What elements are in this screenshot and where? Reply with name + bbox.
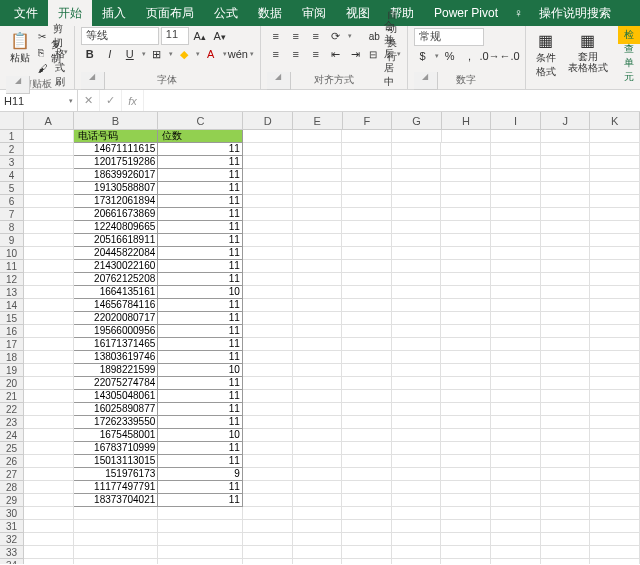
cell[interactable]: 19566000956 <box>74 325 159 338</box>
cell[interactable] <box>243 364 293 377</box>
cell[interactable] <box>243 390 293 403</box>
cell[interactable] <box>342 299 392 312</box>
cell[interactable]: 11 <box>158 416 243 429</box>
cell[interactable] <box>441 299 491 312</box>
cell[interactable]: 16025890877 <box>74 403 159 416</box>
column-header-D[interactable]: D <box>243 112 293 130</box>
cell[interactable] <box>243 351 293 364</box>
cell[interactable] <box>24 429 74 442</box>
cell[interactable] <box>243 273 293 286</box>
phonetic-button[interactable]: wén <box>229 46 247 62</box>
row-header[interactable]: 14 <box>0 299 24 312</box>
cell[interactable] <box>293 429 343 442</box>
cell[interactable] <box>392 247 442 260</box>
cell[interactable] <box>24 351 74 364</box>
fx-button[interactable]: fx <box>122 90 144 111</box>
indent-dec-button[interactable]: ⇤ <box>327 46 345 62</box>
cell[interactable] <box>491 546 541 559</box>
cell[interactable] <box>243 299 293 312</box>
cell[interactable] <box>342 247 392 260</box>
cell[interactable] <box>342 208 392 221</box>
cell[interactable] <box>392 130 442 143</box>
cell[interactable] <box>24 234 74 247</box>
cell[interactable] <box>441 390 491 403</box>
cell[interactable] <box>24 143 74 156</box>
cell[interactable]: 12240809665 <box>74 221 159 234</box>
cell[interactable] <box>24 299 74 312</box>
cell[interactable] <box>441 325 491 338</box>
cell[interactable] <box>491 234 541 247</box>
cell[interactable] <box>243 377 293 390</box>
cell[interactable] <box>243 169 293 182</box>
cell[interactable] <box>590 260 640 273</box>
percent-button[interactable]: % <box>441 48 459 64</box>
cell[interactable] <box>342 377 392 390</box>
cell[interactable] <box>541 195 591 208</box>
row-header[interactable]: 21 <box>0 390 24 403</box>
cell[interactable] <box>392 546 442 559</box>
conditional-format-button[interactable]: ▦ 条件格式 <box>532 28 560 81</box>
cell[interactable] <box>590 208 640 221</box>
cell[interactable]: 17262339550 <box>74 416 159 429</box>
column-header-F[interactable]: F <box>343 112 393 130</box>
cell[interactable] <box>491 390 541 403</box>
cell[interactable] <box>74 546 159 559</box>
cell[interactable] <box>342 533 392 546</box>
cell[interactable] <box>441 338 491 351</box>
cell[interactable] <box>392 429 442 442</box>
cell[interactable] <box>541 182 591 195</box>
cell[interactable] <box>590 468 640 481</box>
font-size-select[interactable]: 11 <box>161 27 189 45</box>
cell[interactable]: 20762125208 <box>74 273 159 286</box>
cell[interactable] <box>342 390 392 403</box>
cell[interactable]: 11 <box>158 442 243 455</box>
cell[interactable] <box>24 390 74 403</box>
cell[interactable] <box>293 299 343 312</box>
cell[interactable] <box>24 455 74 468</box>
cell[interactable]: 19130588807 <box>74 182 159 195</box>
column-header-C[interactable]: C <box>158 112 243 130</box>
cell[interactable] <box>491 156 541 169</box>
cell[interactable] <box>541 260 591 273</box>
cell[interactable] <box>491 468 541 481</box>
cell[interactable] <box>342 143 392 156</box>
cell[interactable] <box>491 273 541 286</box>
cell[interactable] <box>590 377 640 390</box>
cell[interactable]: 11 <box>158 312 243 325</box>
cell[interactable] <box>392 338 442 351</box>
tab-data[interactable]: 数据 <box>248 0 292 26</box>
cell[interactable] <box>293 533 343 546</box>
cell[interactable] <box>342 130 392 143</box>
cell[interactable]: 9 <box>158 468 243 481</box>
cell[interactable] <box>392 377 442 390</box>
cell[interactable]: 1675458001 <box>74 429 159 442</box>
increase-font-button[interactable]: A▴ <box>191 28 209 44</box>
cell[interactable] <box>541 273 591 286</box>
cell[interactable] <box>441 468 491 481</box>
cell[interactable]: 12017519286 <box>74 156 159 169</box>
cell[interactable]: 14305048061 <box>74 390 159 403</box>
cell[interactable] <box>590 481 640 494</box>
cell[interactable] <box>293 260 343 273</box>
cell[interactable] <box>243 286 293 299</box>
cell[interactable] <box>243 481 293 494</box>
cell[interactable] <box>24 468 74 481</box>
cell[interactable] <box>392 507 442 520</box>
cell[interactable] <box>392 234 442 247</box>
cell[interactable] <box>243 520 293 533</box>
cell[interactable] <box>392 169 442 182</box>
cell[interactable] <box>293 416 343 429</box>
cell[interactable] <box>24 338 74 351</box>
cell[interactable]: 11 <box>158 494 243 507</box>
cell[interactable] <box>491 416 541 429</box>
cell[interactable] <box>243 494 293 507</box>
cell[interactable] <box>441 481 491 494</box>
cell[interactable] <box>590 143 640 156</box>
row-header[interactable]: 8 <box>0 221 24 234</box>
cell[interactable] <box>74 507 159 520</box>
cell[interactable] <box>24 481 74 494</box>
indent-inc-button[interactable]: ⇥ <box>347 46 365 62</box>
cell[interactable] <box>441 377 491 390</box>
decrease-font-button[interactable]: A▾ <box>211 28 229 44</box>
cell[interactable] <box>590 507 640 520</box>
